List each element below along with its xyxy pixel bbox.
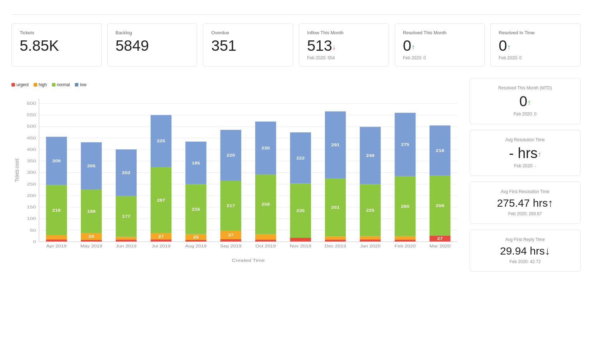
legend-item-normal: normal: [52, 82, 70, 87]
svg-text:Sep 2019: Sep 2019: [220, 244, 242, 249]
arrow-up-icon: ↑: [507, 43, 511, 51]
svg-text:Created Time: Created Time: [232, 258, 265, 262]
svg-rect-72: [255, 240, 276, 242]
kpi-card-2: Overdue 351: [203, 23, 293, 67]
svg-text:37: 37: [228, 233, 234, 237]
svg-text:225: 225: [366, 208, 375, 213]
legend-item-urgent: urgent: [11, 82, 29, 87]
svg-rect-93: [360, 236, 380, 240]
svg-text:287: 287: [157, 198, 165, 203]
svg-text:251: 251: [331, 206, 340, 210]
svg-text:217: 217: [227, 204, 235, 208]
arrow-down-icon: ↓: [332, 43, 336, 51]
svg-text:600: 600: [27, 101, 36, 105]
stat-value-1: - hrs↑: [479, 145, 572, 161]
svg-rect-26: [46, 240, 67, 242]
svg-text:Jan 2020: Jan 2020: [360, 244, 381, 249]
kpi-label: Resolved In Time: [499, 30, 572, 35]
stat-card-3: Avg First Reply Time 29.94 hrs↓ Feb 2020…: [470, 230, 581, 272]
svg-rect-42: [116, 237, 136, 240]
kpi-label: Overdue: [211, 30, 285, 35]
stat-label-3: Avg First Reply Time: [479, 237, 572, 242]
svg-text:Apr 2019: Apr 2019: [46, 244, 67, 249]
svg-text:450: 450: [27, 136, 36, 140]
svg-rect-64: [220, 239, 241, 242]
svg-text:218: 218: [436, 149, 445, 153]
kpi-sub: Feb 2020: 0: [499, 55, 572, 60]
svg-text:Jun 2019: Jun 2019: [116, 244, 137, 249]
svg-text:27: 27: [158, 235, 164, 239]
kpi-value: 5849: [116, 38, 189, 54]
svg-rect-86: [325, 236, 346, 240]
svg-text:Feb 2020: Feb 2020: [394, 244, 416, 249]
stat-card-1: Avg Resolution Time - hrs↑ Feb 2020: -: [470, 130, 581, 176]
svg-text:25: 25: [193, 235, 199, 240]
arrow-up-icon: ↑: [411, 43, 415, 51]
svg-rect-99: [395, 240, 416, 242]
svg-rect-79: [290, 238, 311, 242]
svg-text:218: 218: [52, 208, 61, 213]
svg-text:177: 177: [122, 215, 131, 219]
svg-text:Mar 2020: Mar 2020: [430, 244, 451, 249]
svg-text:225: 225: [157, 139, 165, 144]
legend-dot-low: [75, 83, 78, 87]
svg-text:259: 259: [436, 204, 445, 208]
svg-rect-100: [395, 236, 416, 240]
kpi-label: Inflow This Month: [307, 30, 381, 35]
chart-legend: urgenthighnormallow: [11, 82, 462, 87]
stat-value-3: 29.94 hrs↓: [479, 245, 572, 257]
legend-label-urgent: urgent: [16, 82, 29, 87]
svg-rect-41: [116, 240, 136, 242]
svg-rect-33: [81, 240, 102, 242]
kpi-value: 0↑: [499, 38, 572, 54]
kpi-card-4: Resolved This Month 0↑ Feb 2020: 0: [395, 23, 485, 67]
stat-label-1: Avg Resolution Time: [479, 137, 572, 142]
svg-text:27: 27: [437, 237, 443, 241]
kpi-label: Tickets: [20, 30, 93, 35]
kpi-value: 5.85K: [20, 38, 93, 54]
stat-sub-2: Feb 2020: 265.67: [479, 211, 572, 216]
kpi-value: 351: [211, 38, 285, 54]
legend-item-low: low: [75, 82, 86, 87]
legend-dot-normal: [52, 83, 55, 87]
main-content: urgenthighnormallow 05010015020025030035…: [11, 78, 581, 277]
svg-text:29: 29: [88, 235, 94, 239]
sidebar: Resolved This Month (MTD) 0↑ Feb 2020: 0…: [470, 78, 581, 277]
svg-text:May 2019: May 2019: [80, 244, 102, 249]
svg-rect-27: [46, 235, 67, 240]
kpi-card-5: Resolved In Time 0↑ Feb 2020: 0: [490, 23, 581, 67]
svg-text:150: 150: [27, 205, 36, 210]
bar-chart: 0501001502002503003504004505005506002182…: [11, 92, 462, 263]
legend-item-high: high: [34, 82, 47, 87]
svg-text:300: 300: [27, 171, 36, 175]
svg-text:189: 189: [87, 210, 96, 214]
svg-text:350: 350: [27, 159, 36, 163]
chart-section: urgenthighnormallow 05010015020025030035…: [11, 78, 462, 277]
legend-dot-high: [34, 83, 37, 87]
svg-text:235: 235: [296, 209, 305, 213]
svg-text:Nov 2019: Nov 2019: [290, 244, 311, 249]
svg-text:200: 200: [27, 193, 36, 198]
svg-text:400: 400: [27, 147, 36, 152]
kpi-value: 0↑: [403, 38, 477, 54]
svg-rect-48: [151, 240, 171, 242]
kpi-sub: Feb 2020: 0: [403, 55, 477, 60]
svg-text:250: 250: [27, 182, 36, 186]
stat-value-2: 275.47 hrs↑: [479, 197, 572, 209]
svg-text:550: 550: [27, 113, 36, 117]
legend-label-normal: normal: [57, 82, 70, 87]
svg-text:222: 222: [296, 156, 305, 161]
arrow-down-icon: ↓: [545, 245, 550, 257]
svg-text:500: 500: [27, 124, 36, 129]
stat-label-0: Resolved This Month (MTD): [479, 85, 572, 90]
svg-text:230: 230: [262, 146, 270, 151]
svg-rect-92: [360, 240, 380, 242]
svg-text:Dec 2019: Dec 2019: [325, 244, 346, 249]
stat-sub-1: Feb 2020: -: [479, 163, 572, 168]
svg-text:258: 258: [262, 203, 270, 207]
kpi-card-1: Backlog 5849: [107, 23, 198, 67]
stat-label-2: Avg First Resolution Time: [479, 189, 572, 194]
svg-text:249: 249: [366, 154, 375, 158]
svg-text:220: 220: [227, 153, 235, 158]
svg-text:185: 185: [192, 161, 200, 166]
